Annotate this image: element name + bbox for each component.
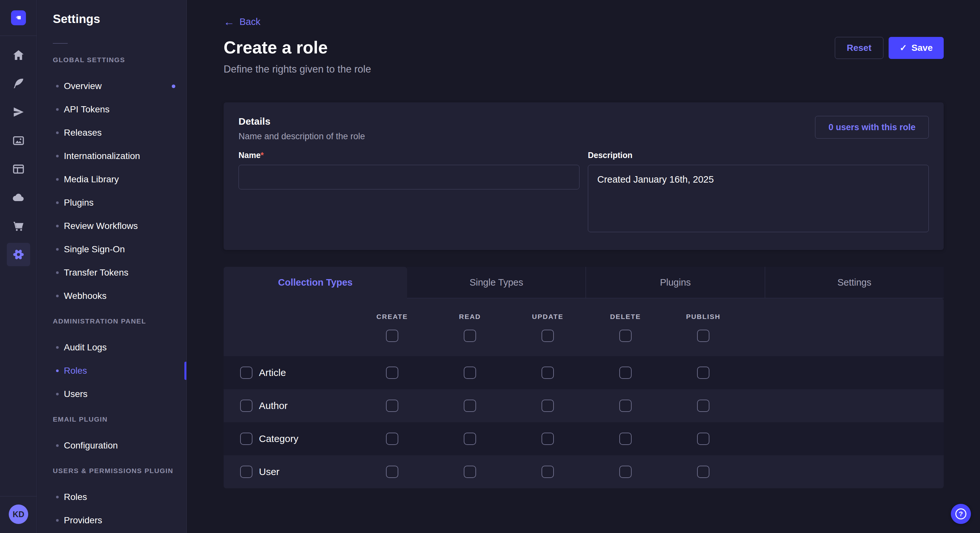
users-with-role-button[interactable]: 0 users with this role [815, 116, 929, 139]
row-label: Category [259, 433, 299, 444]
select-all-checkbox[interactable] [541, 330, 554, 342]
sidebar-item-overview[interactable]: Overview [37, 75, 186, 98]
media-library-icon[interactable] [7, 129, 30, 152]
sidebar-item-roles[interactable]: Roles [37, 485, 186, 509]
permissions-tablist: Collection TypesSingle TypesPluginsSetti… [224, 267, 944, 298]
sidebar-item-internationalization[interactable]: Internationalization [37, 144, 186, 168]
sidebar-item-configuration[interactable]: Configuration [37, 434, 186, 457]
sidebar-item-webhooks[interactable]: Webhooks [37, 284, 186, 308]
strapi-logo[interactable] [11, 10, 26, 25]
row-select-checkbox[interactable] [240, 466, 253, 478]
bullet-icon [56, 225, 59, 227]
bullet-icon [56, 132, 59, 134]
permission-checkbox[interactable] [464, 433, 476, 445]
details-card: Details Name and description of the role… [224, 102, 944, 250]
permission-checkbox[interactable] [619, 433, 632, 445]
select-all-checkbox[interactable] [386, 330, 398, 342]
feather-icon[interactable] [7, 72, 30, 95]
subnav-section-heading: USERS & PERMISSIONS PLUGIN [53, 466, 186, 475]
bullet-icon [56, 295, 59, 297]
permission-column-header: PUBLISH [664, 298, 742, 356]
select-all-checkbox[interactable] [619, 330, 632, 342]
details-card-titles: Details Name and description of the role [239, 116, 365, 141]
sidebar-item-audit-logs[interactable]: Audit Logs [37, 336, 186, 359]
subnav-title-divider [53, 43, 68, 44]
sidebar-item-roles[interactable]: Roles [37, 359, 186, 382]
layout-icon[interactable] [7, 157, 30, 181]
permission-checkbox[interactable] [541, 466, 554, 478]
permission-cell [664, 466, 742, 478]
tab-single-types[interactable]: Single Types [407, 267, 585, 298]
avatar[interactable]: KD [9, 504, 28, 524]
sidebar-item-label: Releases [64, 128, 102, 138]
description-textarea[interactable]: Created January 16th, 2025 [588, 165, 929, 232]
sidebar-item-providers[interactable]: Providers [37, 509, 186, 532]
back-link[interactable]: ← Back [224, 16, 260, 27]
permission-checkbox[interactable] [541, 433, 554, 445]
tab-plugins[interactable]: Plugins [585, 267, 765, 298]
gear-icon[interactable] [7, 243, 30, 266]
home-icon[interactable] [7, 43, 30, 67]
permission-checkbox[interactable] [619, 400, 632, 412]
tab-collection-types[interactable]: Collection Types [224, 267, 407, 298]
select-all-checkbox[interactable] [697, 330, 710, 342]
paper-plane-icon[interactable] [7, 100, 30, 124]
sidebar-item-transfer-tokens[interactable]: Transfer Tokens [37, 261, 186, 284]
permission-checkbox[interactable] [464, 366, 476, 379]
row-name-cell: Article [224, 366, 353, 379]
row-name-cell: User [224, 466, 353, 478]
reset-button[interactable]: Reset [835, 37, 883, 59]
row-select-checkbox[interactable] [240, 400, 253, 412]
permission-checkbox[interactable] [619, 466, 632, 478]
sidebar-item-label: API Tokens [64, 104, 110, 115]
cloud-icon[interactable] [7, 186, 30, 209]
row-name-cell: Category [224, 433, 353, 445]
sidebar-item-single-sign-on[interactable]: Single Sign-On [37, 238, 186, 261]
permission-cell [353, 466, 431, 478]
permission-checkbox[interactable] [697, 466, 710, 478]
name-input[interactable] [239, 165, 579, 189]
permission-checkbox[interactable] [541, 400, 554, 412]
table-row-category: Category [224, 422, 944, 455]
permission-checkbox[interactable] [386, 366, 398, 379]
permission-checkbox[interactable] [697, 433, 710, 445]
permission-checkbox[interactable] [386, 400, 398, 412]
permission-checkbox[interactable] [464, 400, 476, 412]
permission-checkbox[interactable] [697, 366, 710, 379]
details-subtitle: Name and description of the role [239, 132, 365, 141]
permission-cell [587, 366, 664, 379]
sidebar-item-users[interactable]: Users [37, 382, 186, 406]
bullet-icon [56, 271, 59, 274]
column-header-label: READ [459, 313, 481, 320]
cart-icon[interactable] [7, 214, 30, 238]
help-button[interactable]: ? [951, 504, 971, 524]
sidebar-item-releases[interactable]: Releases [37, 121, 186, 144]
sidebar-item-media-library[interactable]: Media Library [37, 168, 186, 191]
sidebar-item-api-tokens[interactable]: API Tokens [37, 98, 186, 121]
sidebar-item-label: Overview [64, 81, 102, 91]
strapi-logo-glyph [14, 13, 23, 22]
bullet-icon [56, 178, 59, 181]
sidebar-item-plugins[interactable]: Plugins [37, 191, 186, 214]
tab-settings[interactable]: Settings [765, 267, 944, 298]
row-select-checkbox[interactable] [240, 366, 253, 379]
row-select-checkbox[interactable] [240, 433, 253, 445]
permission-checkbox[interactable] [386, 466, 398, 478]
rail-divider-bottom [0, 496, 37, 497]
permission-checkbox[interactable] [464, 466, 476, 478]
save-button[interactable]: ✓ Save [889, 37, 944, 59]
rail-divider-top [0, 36, 37, 36]
permission-cell [509, 466, 587, 478]
bullet-icon [56, 248, 59, 251]
sidebar-item-review-workflows[interactable]: Review Workflows [37, 214, 186, 238]
permission-cell [664, 400, 742, 412]
sidebar-item-label: Internationalization [64, 151, 140, 161]
subnav-section-heading: GLOBAL SETTINGS [53, 56, 186, 65]
permission-checkbox[interactable] [697, 400, 710, 412]
permission-checkbox[interactable] [541, 366, 554, 379]
select-all-checkbox[interactable] [464, 330, 476, 342]
required-asterisk: * [261, 151, 264, 160]
permission-checkbox[interactable] [619, 366, 632, 379]
permission-checkbox[interactable] [386, 433, 398, 445]
subnav-section: EMAIL PLUGINConfiguration [37, 415, 186, 457]
